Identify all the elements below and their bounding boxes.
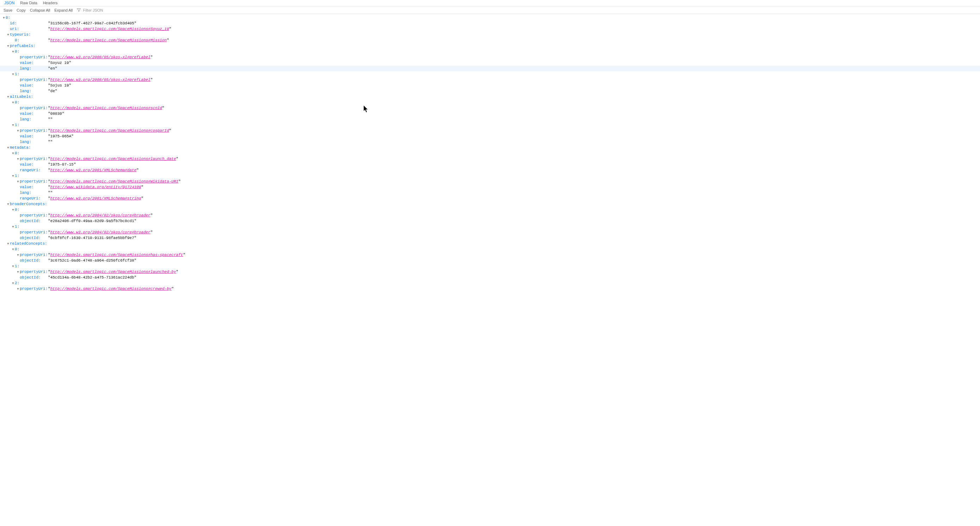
tree-row-branch[interactable]: ▼metadata: [0,145,980,150]
json-key: 0: [15,49,48,54]
tree-row-branch[interactable]: ▼0: [0,15,980,21]
tree-row-branch[interactable]: ▼0: [0,100,980,105]
json-value-link[interactable]: "http://models.smartlogic.com/SpaceMissi… [48,269,178,275]
tree-row-leaf[interactable]: ▼propertyUri:"http://models.smartlogic.c… [0,269,980,275]
json-value-link[interactable]: "http://models.smartlogic.com/SpaceMissi… [48,252,185,258]
expand-toggle-icon[interactable]: ▼ [11,264,15,269]
tree-row-branch[interactable]: ▼2: [0,280,980,286]
tab-raw[interactable]: Raw Data [17,0,40,6]
tree-row-branch[interactable]: ▼1: [0,224,980,230]
tree-row-branch[interactable]: ▼relatedConcepts: [0,241,980,246]
expand-toggle-icon[interactable]: ▼ [2,15,6,21]
tree-row-leaf[interactable]: objectId:"3c6752c1-0ad6-4748-a964-d250fc… [0,258,980,263]
expand-toggle-icon[interactable]: ▼ [6,32,10,38]
expand-toggle-icon[interactable]: ▼ [11,72,15,77]
expand-toggle-icon[interactable]: ▼ [6,94,10,100]
tree-row-leaf[interactable]: value:"08030" [0,111,980,116]
json-value-link[interactable]: "http://www.w3.org/2004/02/skos/core#bro… [48,230,153,235]
expand-toggle-icon[interactable]: ▼ [11,151,15,156]
expand-toggle-icon[interactable]: ▼ [11,100,15,105]
tree-row-branch[interactable]: ▼1: [0,71,980,77]
json-value-link[interactable]: "http://models.smartlogic.com/SpaceMissi… [48,179,181,184]
expand-toggle-icon[interactable]: ▼ [11,247,15,252]
filter-input[interactable] [82,8,114,13]
tree-row-leaf[interactable]: propertyUri:"http://www.w3.org/2008/05/s… [0,77,980,83]
tree-row-leaf[interactable]: objectId:"45cd134a-6b48-42b2-a475-71361a… [0,275,980,280]
tree-row-leaf[interactable]: propertyUri:"http://www.w3.org/2008/05/s… [0,54,980,60]
tree-row-branch[interactable]: ▼broaderConcepts: [0,201,980,207]
tree-row-leaf[interactable]: ▼propertyUri:"http://models.smartlogic.c… [0,128,980,134]
tree-row-leaf[interactable]: propertyUri:"http://www.w3.org/2004/02/s… [0,230,980,235]
tab-headers[interactable]: Headers [40,0,60,6]
tab-json[interactable]: JSON [2,0,17,6]
tree-row-leaf[interactable]: value:"http://www.wikidata.org/entity/Q1… [0,184,980,190]
tree-row-leaf[interactable]: lang:"" [0,139,980,145]
expand-toggle-icon[interactable]: ▼ [6,241,10,247]
expand-toggle-icon[interactable]: ▼ [11,281,15,286]
tree-row-branch[interactable]: ▼1: [0,263,980,269]
expand-toggle-icon[interactable]: ▼ [16,286,20,292]
tree-row-leaf[interactable]: objectId:"6cbf8fcf-1630-4710-9131-98fae5… [0,235,980,241]
tree-row-leaf[interactable]: ▼propertyUri:"http://models.smartlogic.c… [0,156,980,162]
expand-toggle-icon[interactable]: ▼ [6,145,10,151]
tree-row-branch[interactable]: ▼typeuris: [0,32,980,37]
tree-row-leaf[interactable]: lang:"" [0,190,980,196]
expand-toggle-icon[interactable]: ▼ [11,123,15,128]
expand-toggle-icon[interactable]: ▼ [16,269,20,275]
save-button[interactable]: Save [2,7,14,13]
tree-row-branch[interactable]: ▼0: [0,150,980,156]
tree-row-branch[interactable]: ▼1: [0,173,980,179]
tree-row-leaf[interactable]: uri:"http://models.smartlogic.com/SpaceM… [0,26,980,32]
json-value-link[interactable]: "http://www.wikidata.org/entity/Q1724109… [48,184,143,190]
tree-row-leaf[interactable]: value:"1975-07-15" [0,162,980,167]
tree-row-leaf[interactable]: value:"Sojus 19" [0,83,980,88]
expand-toggle-icon[interactable]: ▼ [16,156,20,162]
tree-row-leaf[interactable]: propertyUri:"http://www.w3.org/2004/02/s… [0,212,980,218]
expand-toggle-icon[interactable]: ▼ [11,224,15,230]
json-value-link[interactable]: "http://models.smartlogic.com/SpaceMissi… [48,156,178,162]
tree-row-leaf[interactable]: ▼propertyUri:"http://models.smartlogic.c… [0,252,980,258]
tree-row-leaf[interactable]: ▼propertyUri:"http://models.smartlogic.c… [0,286,980,292]
expand-toggle-icon[interactable]: ▼ [6,202,10,207]
expand-toggle-icon[interactable]: ▼ [11,207,15,213]
json-value-link[interactable]: "http://www.w3.org/2004/02/skos/core#bro… [48,212,153,218]
tree-row-leaf[interactable]: lang:"en" [0,66,980,71]
tree-row-leaf[interactable]: 0:"http://models.smartlogic.com/SpaceMis… [0,37,980,43]
json-value-link[interactable]: "http://www.w3.org/2001/XMLSchema#string… [48,196,143,201]
expand-toggle-icon[interactable]: ▼ [16,128,20,134]
collapse-all-button[interactable]: Collapse All [28,7,52,13]
json-value-link[interactable]: "http://models.smartlogic.com/SpaceMissi… [48,105,164,111]
json-value-link[interactable]: "http://www.w3.org/2001/XMLSchema#date" [48,167,138,173]
json-key: 1: [15,173,48,179]
json-value-link[interactable]: "http://models.smartlogic.com/SpaceMissi… [48,286,173,292]
json-value-link[interactable]: "http://www.w3.org/2008/05/skos-xl#prefL… [48,77,153,83]
tree-row-leaf[interactable]: value:"1975-065A" [0,134,980,139]
tree-row-leaf[interactable]: value:"Soyuz 19" [0,60,980,66]
expand-all-button[interactable]: Expand All [52,7,75,13]
tree-row-leaf[interactable]: rangeUri:"http://www.w3.org/2001/XMLSche… [0,196,980,201]
tree-row-branch[interactable]: ▼0: [0,246,980,252]
copy-button[interactable]: Copy [14,7,28,13]
expand-toggle-icon[interactable]: ▼ [16,179,20,185]
expand-toggle-icon[interactable]: ▼ [6,43,10,49]
tree-row-leaf[interactable]: lang:"de" [0,88,980,94]
tree-row-leaf[interactable]: ▼propertyUri:"http://models.smartlogic.c… [0,179,980,184]
tree-row-branch[interactable]: ▼0: [0,49,980,54]
json-value-link[interactable]: "http://models.smartlogic.com/SpaceMissi… [48,128,172,134]
expand-toggle-icon[interactable]: ▼ [11,49,15,55]
tree-row-leaf[interactable]: id:"31156c0b-167f-4627-99a7-c842fcb3d405… [0,21,980,26]
expand-toggle-icon[interactable]: ▼ [16,252,20,258]
funnel-icon [77,8,81,12]
tree-row-leaf[interactable]: objectId:"e28a2406-dff0-49aa-82d9-9a5fb7… [0,218,980,224]
tree-row-leaf[interactable]: propertyUri:"http://models.smartlogic.co… [0,105,980,111]
tree-row-branch[interactable]: ▼altLabels: [0,94,980,100]
tree-row-leaf[interactable]: lang:"" [0,116,980,122]
tree-row-branch[interactable]: ▼1: [0,122,980,128]
expand-toggle-icon[interactable]: ▼ [11,173,15,179]
json-value-link[interactable]: "http://www.w3.org/2008/05/skos-xl#prefL… [48,54,153,60]
tree-row-branch[interactable]: ▼0: [0,207,980,212]
tree-row-leaf[interactable]: rangeUri:"http://www.w3.org/2001/XMLSche… [0,167,980,173]
tree-row-branch[interactable]: ▼prefLabels: [0,43,980,49]
json-value-link[interactable]: "http://models.smartlogic.com/SpaceMissi… [48,26,172,32]
json-value-link[interactable]: "http://models.smartlogic.com/SpaceMissi… [48,37,169,43]
